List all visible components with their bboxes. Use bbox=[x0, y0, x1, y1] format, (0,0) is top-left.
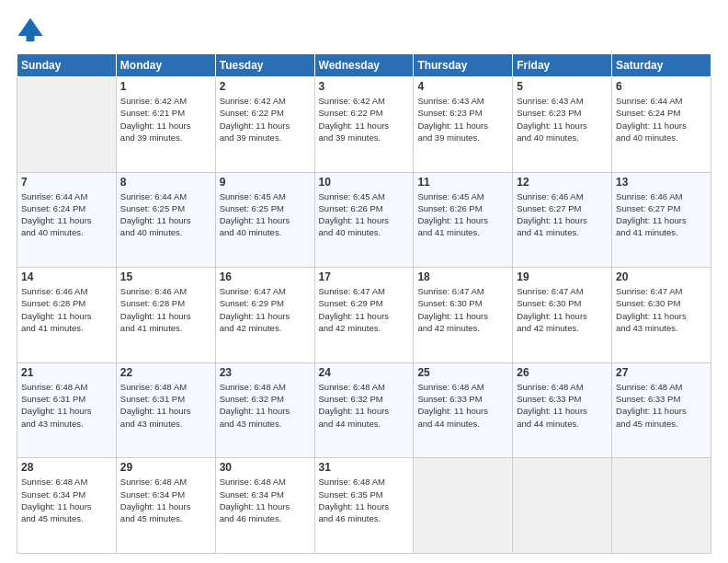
generalblue-logo-icon bbox=[17, 17, 44, 44]
day-info: Sunrise: 6:48 AMSunset: 6:33 PMDaylight:… bbox=[616, 381, 707, 430]
svg-rect-1 bbox=[27, 36, 35, 41]
calendar-cell: 30Sunrise: 6:48 AMSunset: 6:34 PMDayligh… bbox=[215, 458, 314, 554]
day-number: 17 bbox=[319, 270, 410, 283]
day-number: 24 bbox=[319, 366, 410, 379]
day-number: 6 bbox=[616, 80, 707, 93]
calendar-cell bbox=[513, 458, 612, 554]
calendar-cell: 4Sunrise: 6:43 AMSunset: 6:23 PMDaylight… bbox=[414, 77, 513, 173]
day-info: Sunrise: 6:48 AMSunset: 6:34 PMDaylight:… bbox=[120, 476, 211, 524]
day-info: Sunrise: 6:43 AMSunset: 6:23 PMDaylight:… bbox=[417, 95, 508, 144]
day-number: 30 bbox=[220, 461, 311, 474]
calendar-cell: 31Sunrise: 6:48 AMSunset: 6:35 PMDayligh… bbox=[314, 458, 414, 554]
day-info: Sunrise: 6:45 AMSunset: 6:25 PMDaylight:… bbox=[220, 190, 311, 239]
calendar-cell: 14Sunrise: 6:46 AMSunset: 6:28 PMDayligh… bbox=[17, 268, 117, 363]
calendar-week-2: 7Sunrise: 6:44 AMSunset: 6:24 PMDaylight… bbox=[17, 172, 711, 268]
calendar-cell: 17Sunrise: 6:47 AMSunset: 6:29 PMDayligh… bbox=[314, 268, 414, 363]
day-info: Sunrise: 6:48 AMSunset: 6:33 PMDaylight:… bbox=[517, 381, 608, 430]
day-info: Sunrise: 6:42 AMSunset: 6:21 PMDaylight:… bbox=[120, 95, 211, 144]
calendar-cell: 18Sunrise: 6:47 AMSunset: 6:30 PMDayligh… bbox=[414, 268, 513, 363]
day-info: Sunrise: 6:44 AMSunset: 6:24 PMDaylight:… bbox=[21, 190, 112, 239]
calendar-cell: 19Sunrise: 6:47 AMSunset: 6:30 PMDayligh… bbox=[513, 268, 612, 363]
day-number: 28 bbox=[21, 461, 112, 474]
day-number: 4 bbox=[417, 80, 508, 93]
day-number: 25 bbox=[417, 366, 508, 379]
calendar-cell: 5Sunrise: 6:43 AMSunset: 6:23 PMDaylight… bbox=[513, 77, 612, 173]
day-number: 12 bbox=[517, 176, 608, 189]
day-number: 15 bbox=[120, 270, 211, 283]
header bbox=[17, 17, 711, 44]
calendar-cell: 2Sunrise: 6:42 AMSunset: 6:22 PMDaylight… bbox=[215, 77, 314, 173]
calendar-cell: 29Sunrise: 6:48 AMSunset: 6:34 PMDayligh… bbox=[116, 458, 215, 554]
calendar-week-1: 1Sunrise: 6:42 AMSunset: 6:21 PMDaylight… bbox=[17, 77, 711, 173]
weekday-header-tuesday: Tuesday bbox=[215, 54, 314, 77]
day-info: Sunrise: 6:42 AMSunset: 6:22 PMDaylight:… bbox=[220, 95, 311, 144]
page: SundayMondayTuesdayWednesdayThursdayFrid… bbox=[0, 0, 728, 563]
day-number: 8 bbox=[120, 176, 211, 189]
day-number: 3 bbox=[319, 80, 410, 93]
day-number: 23 bbox=[220, 366, 311, 379]
day-info: Sunrise: 6:48 AMSunset: 6:34 PMDaylight:… bbox=[220, 476, 311, 524]
calendar-cell bbox=[612, 458, 711, 554]
day-info: Sunrise: 6:48 AMSunset: 6:34 PMDaylight:… bbox=[21, 476, 112, 524]
calendar-cell: 20Sunrise: 6:47 AMSunset: 6:30 PMDayligh… bbox=[612, 268, 711, 363]
day-info: Sunrise: 6:48 AMSunset: 6:32 PMDaylight:… bbox=[220, 381, 311, 430]
day-number: 18 bbox=[417, 270, 508, 283]
day-info: Sunrise: 6:42 AMSunset: 6:22 PMDaylight:… bbox=[319, 95, 410, 144]
day-info: Sunrise: 6:48 AMSunset: 6:31 PMDaylight:… bbox=[120, 381, 211, 430]
day-number: 31 bbox=[319, 461, 410, 474]
weekday-header-sunday: Sunday bbox=[17, 54, 117, 77]
calendar-cell: 23Sunrise: 6:48 AMSunset: 6:32 PMDayligh… bbox=[215, 362, 314, 458]
day-info: Sunrise: 6:48 AMSunset: 6:31 PMDaylight:… bbox=[21, 381, 112, 430]
day-info: Sunrise: 6:44 AMSunset: 6:25 PMDaylight:… bbox=[120, 190, 211, 239]
calendar-cell: 28Sunrise: 6:48 AMSunset: 6:34 PMDayligh… bbox=[17, 458, 117, 554]
day-number: 2 bbox=[220, 80, 311, 93]
calendar-cell: 16Sunrise: 6:47 AMSunset: 6:29 PMDayligh… bbox=[215, 268, 314, 363]
calendar-cell: 24Sunrise: 6:48 AMSunset: 6:32 PMDayligh… bbox=[314, 362, 414, 458]
calendar-cell: 25Sunrise: 6:48 AMSunset: 6:33 PMDayligh… bbox=[414, 362, 513, 458]
day-number: 5 bbox=[517, 80, 608, 93]
day-number: 26 bbox=[517, 366, 608, 379]
day-number: 11 bbox=[417, 176, 508, 189]
day-info: Sunrise: 6:47 AMSunset: 6:30 PMDaylight:… bbox=[417, 285, 508, 334]
day-info: Sunrise: 6:46 AMSunset: 6:27 PMDaylight:… bbox=[517, 190, 608, 239]
calendar-week-4: 21Sunrise: 6:48 AMSunset: 6:31 PMDayligh… bbox=[17, 362, 711, 458]
calendar-week-3: 14Sunrise: 6:46 AMSunset: 6:28 PMDayligh… bbox=[17, 268, 711, 363]
day-info: Sunrise: 6:45 AMSunset: 6:26 PMDaylight:… bbox=[417, 190, 508, 239]
calendar-cell: 3Sunrise: 6:42 AMSunset: 6:22 PMDaylight… bbox=[314, 77, 414, 173]
logo bbox=[17, 17, 48, 44]
day-number: 27 bbox=[616, 366, 707, 379]
day-number: 22 bbox=[120, 366, 211, 379]
day-info: Sunrise: 6:46 AMSunset: 6:28 PMDaylight:… bbox=[120, 285, 211, 334]
day-info: Sunrise: 6:43 AMSunset: 6:23 PMDaylight:… bbox=[517, 95, 608, 144]
day-number: 20 bbox=[616, 270, 707, 283]
calendar-cell: 27Sunrise: 6:48 AMSunset: 6:33 PMDayligh… bbox=[612, 362, 711, 458]
calendar-cell: 21Sunrise: 6:48 AMSunset: 6:31 PMDayligh… bbox=[17, 362, 117, 458]
calendar-cell bbox=[414, 458, 513, 554]
calendar-cell: 12Sunrise: 6:46 AMSunset: 6:27 PMDayligh… bbox=[513, 172, 612, 268]
calendar-week-5: 28Sunrise: 6:48 AMSunset: 6:34 PMDayligh… bbox=[17, 458, 711, 554]
calendar-cell: 6Sunrise: 6:44 AMSunset: 6:24 PMDaylight… bbox=[612, 77, 711, 173]
calendar-cell: 8Sunrise: 6:44 AMSunset: 6:25 PMDaylight… bbox=[116, 172, 215, 268]
day-info: Sunrise: 6:48 AMSunset: 6:35 PMDaylight:… bbox=[319, 476, 410, 524]
calendar-cell: 1Sunrise: 6:42 AMSunset: 6:21 PMDaylight… bbox=[116, 77, 215, 173]
day-info: Sunrise: 6:44 AMSunset: 6:24 PMDaylight:… bbox=[616, 95, 707, 144]
day-info: Sunrise: 6:47 AMSunset: 6:29 PMDaylight:… bbox=[220, 285, 311, 334]
calendar-cell bbox=[17, 77, 117, 173]
day-info: Sunrise: 6:46 AMSunset: 6:27 PMDaylight:… bbox=[616, 190, 707, 239]
day-info: Sunrise: 6:46 AMSunset: 6:28 PMDaylight:… bbox=[21, 285, 112, 334]
day-number: 16 bbox=[220, 270, 311, 283]
weekday-header-row: SundayMondayTuesdayWednesdayThursdayFrid… bbox=[17, 54, 711, 77]
day-number: 14 bbox=[21, 270, 112, 283]
weekday-header-friday: Friday bbox=[513, 54, 612, 77]
day-info: Sunrise: 6:47 AMSunset: 6:30 PMDaylight:… bbox=[517, 285, 608, 334]
calendar-cell: 22Sunrise: 6:48 AMSunset: 6:31 PMDayligh… bbox=[116, 362, 215, 458]
calendar-cell: 15Sunrise: 6:46 AMSunset: 6:28 PMDayligh… bbox=[116, 268, 215, 363]
calendar-cell: 13Sunrise: 6:46 AMSunset: 6:27 PMDayligh… bbox=[612, 172, 711, 268]
day-number: 1 bbox=[120, 80, 211, 93]
calendar-cell: 10Sunrise: 6:45 AMSunset: 6:26 PMDayligh… bbox=[314, 172, 414, 268]
day-info: Sunrise: 6:45 AMSunset: 6:26 PMDaylight:… bbox=[319, 190, 410, 239]
calendar-cell: 9Sunrise: 6:45 AMSunset: 6:25 PMDaylight… bbox=[215, 172, 314, 268]
day-info: Sunrise: 6:48 AMSunset: 6:32 PMDaylight:… bbox=[319, 381, 410, 430]
day-number: 10 bbox=[319, 176, 410, 189]
day-info: Sunrise: 6:47 AMSunset: 6:29 PMDaylight:… bbox=[319, 285, 410, 334]
